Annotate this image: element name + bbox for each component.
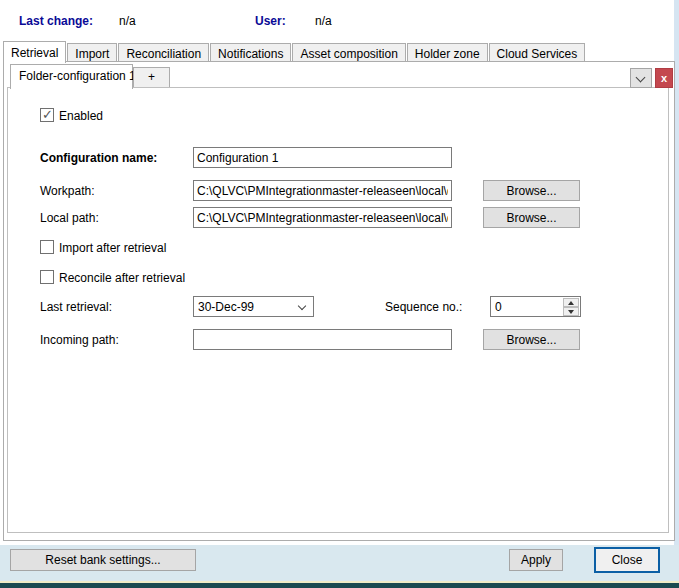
spinner-down-button[interactable] bbox=[563, 307, 579, 316]
incoming-path-input[interactable] bbox=[193, 329, 452, 350]
last-retrieval-label: Last retrieval: bbox=[40, 300, 112, 314]
tab-import[interactable]: Import bbox=[67, 43, 117, 62]
add-folder-configuration-tab[interactable]: + bbox=[133, 67, 170, 87]
incoming-path-label: Incoming path: bbox=[40, 333, 119, 347]
tab-retrieval[interactable]: Retrieval bbox=[3, 41, 66, 63]
apply-button[interactable]: Apply bbox=[509, 549, 563, 571]
configuration-name-label: Configuration name: bbox=[40, 151, 157, 165]
incoming-path-browse-button[interactable]: Browse... bbox=[483, 329, 580, 350]
workpath-label: Workpath: bbox=[40, 184, 94, 198]
sequence-no-value: 0 bbox=[495, 300, 502, 314]
import-after-retrieval-label: Import after retrieval bbox=[59, 241, 166, 255]
configuration-name-input[interactable] bbox=[193, 147, 452, 168]
last-retrieval-value: 30-Dec-99 bbox=[198, 300, 254, 314]
sequence-no-label: Sequence no.: bbox=[385, 300, 462, 314]
workpath-browse-button[interactable]: Browse... bbox=[483, 180, 580, 201]
tab-asset-composition[interactable]: Asset composition bbox=[292, 43, 405, 62]
spinner-up-button[interactable] bbox=[563, 298, 579, 307]
tab-folder-configuration-1[interactable]: Folder-configuration 1 bbox=[10, 64, 133, 89]
close-button[interactable]: Close bbox=[594, 547, 660, 573]
import-after-retrieval-checkbox[interactable] bbox=[40, 240, 54, 254]
tab-notifications[interactable]: Notifications bbox=[210, 43, 291, 62]
local-path-input[interactable] bbox=[193, 207, 452, 228]
sequence-no-spinner[interactable]: 0 bbox=[490, 296, 581, 317]
chevron-down-icon bbox=[636, 73, 646, 83]
tab-holder-zone[interactable]: Holder zone bbox=[407, 43, 488, 62]
main-tab-strip: Retrieval Import Reconciliation Notifica… bbox=[3, 42, 586, 62]
last-retrieval-combobox[interactable]: 30-Dec-99 bbox=[193, 296, 314, 317]
user-label: User: bbox=[255, 14, 286, 28]
reconcile-after-retrieval-label: Reconcile after retrieval bbox=[59, 271, 185, 285]
chevron-down-icon bbox=[298, 302, 306, 310]
arrow-down-icon bbox=[568, 310, 574, 314]
arrow-up-icon bbox=[568, 301, 574, 305]
last-change-value: n/a bbox=[119, 14, 136, 28]
last-change-label: Last change: bbox=[19, 14, 93, 28]
tab-cloud-services[interactable]: Cloud Services bbox=[489, 43, 586, 62]
reconcile-after-retrieval-checkbox[interactable] bbox=[40, 270, 54, 284]
local-path-browse-button[interactable]: Browse... bbox=[483, 207, 580, 228]
tab-reconciliation[interactable]: Reconciliation bbox=[118, 43, 209, 62]
folder-tab-dropdown-button[interactable] bbox=[630, 68, 652, 88]
local-path-label: Local path: bbox=[40, 211, 99, 225]
reset-bank-settings-button[interactable]: Reset bank settings... bbox=[10, 549, 196, 571]
spinner-buttons bbox=[563, 298, 579, 315]
remove-folder-configuration-button[interactable]: x bbox=[655, 68, 673, 88]
enabled-checkbox[interactable] bbox=[40, 108, 54, 122]
window-bottom-edge bbox=[0, 583, 679, 588]
user-value: n/a bbox=[315, 14, 332, 28]
workpath-input[interactable] bbox=[193, 180, 452, 201]
enabled-label: Enabled bbox=[59, 109, 103, 123]
